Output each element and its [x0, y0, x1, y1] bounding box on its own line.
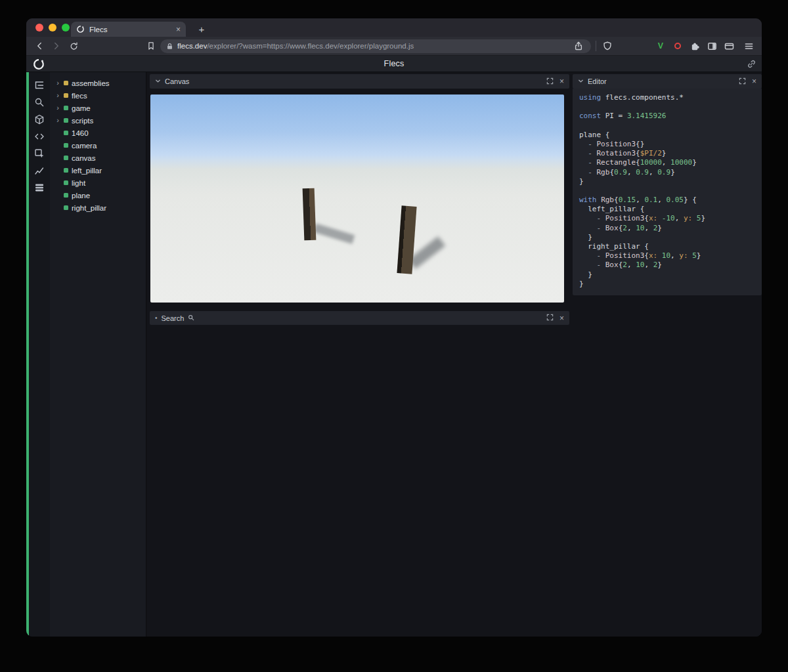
tree-item[interactable]: right_pillar — [50, 201, 146, 214]
extension-red-icon[interactable] — [671, 39, 684, 52]
expand-icon[interactable] — [546, 314, 554, 322]
editor-code[interactable]: using flecs.components.* const PI = 3.14… — [573, 89, 762, 295]
code-line: - Rgb{0.9, 0.9, 0.9} — [579, 168, 762, 177]
browser-tab[interactable]: Flecs × — [71, 22, 186, 37]
window-zoom-button[interactable] — [62, 24, 70, 32]
browser-window: Flecs × + flecs.dev/explorer/?wasm=https… — [26, 18, 762, 637]
left-icon-sidebar — [29, 72, 50, 637]
share-link-icon[interactable] — [747, 59, 756, 72]
entity-color-square — [64, 118, 68, 123]
left-pillar-shadow — [313, 223, 355, 244]
code-line: - Position3{x: 10, y: 5} — [579, 251, 762, 261]
tree-item[interactable]: › scripts — [50, 114, 146, 127]
tree-item-label: game — [72, 104, 91, 112]
editor-panel-title: Editor — [588, 77, 607, 85]
entity-color-square — [64, 168, 68, 173]
tree-item-label: camera — [72, 142, 97, 150]
tree-item-label: 1460 — [72, 129, 89, 137]
code-line: - Rectangle{10000, 10000} — [579, 158, 762, 167]
menu-icon[interactable] — [742, 39, 755, 52]
window-minimize-button[interactable] — [49, 24, 56, 32]
forward-icon[interactable] — [50, 39, 63, 52]
bookmark-icon[interactable] — [144, 39, 158, 52]
chevron-down-icon[interactable] — [578, 77, 584, 85]
close-icon[interactable]: × — [559, 77, 564, 85]
close-icon[interactable]: × — [752, 77, 756, 85]
reload-icon[interactable] — [67, 39, 80, 52]
queries-icon[interactable] — [34, 182, 45, 193]
tree-item[interactable]: light — [50, 177, 146, 189]
url-path: /explorer/?wasm=https://www.flecs.dev/ex… — [207, 42, 414, 50]
code-line: using flecs.components.* — [579, 93, 762, 102]
window-controls — [35, 24, 70, 32]
code-line: - Rotation3{$PI/2} — [579, 149, 762, 158]
chevron-right-icon[interactable]: › — [55, 79, 60, 87]
tree-item[interactable]: 1460 — [50, 127, 146, 139]
tree-item[interactable]: › game — [50, 102, 146, 114]
search-panel-header[interactable]: • Search × — [150, 311, 569, 325]
tree-item-label: scripts — [72, 117, 93, 125]
inspect-icon[interactable] — [34, 148, 45, 159]
code-line — [579, 121, 762, 131]
flecs-favicon-icon — [76, 25, 85, 33]
editor-panel-header[interactable]: Editor × — [573, 74, 762, 89]
tab-close-icon[interactable]: × — [176, 26, 181, 33]
magnifier-icon — [188, 314, 194, 322]
new-tab-button[interactable]: + — [194, 22, 209, 36]
entity-color-square — [64, 193, 68, 198]
code-line: with Rgb{0.15, 0.1, 0.05} { — [579, 196, 762, 205]
tree-item[interactable]: plane — [50, 189, 146, 201]
code-line: - Position3{} — [579, 140, 762, 149]
entity-tree: › assemblies › flecs › game › scripts 14… — [50, 72, 146, 637]
chevron-right-icon[interactable]: › — [55, 117, 60, 124]
canvas-panel-header[interactable]: Canvas × — [150, 74, 569, 89]
expand-icon[interactable] — [739, 77, 746, 86]
hierarchy-icon[interactable] — [34, 79, 45, 91]
code-line — [579, 102, 762, 112]
entity-color-square — [64, 131, 68, 135]
canvas-viewport[interactable] — [150, 94, 564, 303]
canvas-panel-title: Canvas — [165, 77, 189, 85]
tree-item[interactable]: left_pillar — [50, 164, 146, 177]
tree-item[interactable]: canvas — [50, 152, 146, 164]
code-icon[interactable] — [34, 131, 45, 142]
expand-icon[interactable] — [546, 77, 554, 86]
url-text: flecs.dev/explorer/?wasm=https://www.fle… — [177, 42, 568, 50]
bullet-icon: • — [155, 314, 158, 322]
code-line: const PI = 3.1415926 — [579, 112, 762, 121]
shield-icon[interactable] — [601, 39, 614, 52]
extension-v-icon[interactable]: V — [654, 39, 667, 52]
tree-item-label: right_pillar — [72, 204, 106, 212]
tree-item[interactable]: camera — [50, 139, 146, 152]
tree-item-label: left_pillar — [72, 167, 102, 175]
stats-icon[interactable] — [34, 165, 45, 176]
wallet-icon[interactable] — [722, 39, 735, 52]
code-line: } — [579, 280, 762, 289]
desktop-background: Flecs × + flecs.dev/explorer/?wasm=https… — [0, 0, 788, 672]
tree-item[interactable]: › assemblies — [50, 77, 146, 89]
sidebar-toggle-icon[interactable] — [705, 39, 718, 52]
chevron-right-icon[interactable]: › — [55, 104, 60, 112]
close-icon[interactable]: × — [559, 314, 564, 322]
search-icon[interactable] — [34, 96, 45, 108]
url-domain: flecs.dev — [177, 42, 207, 50]
code-line: } — [579, 270, 762, 280]
puzzle-icon[interactable] — [688, 39, 701, 52]
toolbar-divider — [596, 41, 596, 51]
code-line: - Position3{x: -10, y: 5} — [579, 214, 762, 223]
window-close-button[interactable] — [35, 24, 43, 32]
tab-bar: Flecs × + — [26, 18, 762, 37]
entity-color-square — [64, 143, 68, 148]
page-title: Flecs — [26, 59, 762, 68]
code-line: - Box{2, 10, 2} — [579, 261, 762, 270]
tree-item[interactable]: › flecs — [50, 89, 146, 102]
entity-color-square — [64, 81, 68, 85]
share-icon[interactable] — [572, 39, 585, 52]
chevron-down-icon[interactable] — [155, 77, 161, 85]
back-icon[interactable] — [33, 39, 46, 52]
entities-cube-icon[interactable] — [34, 114, 45, 125]
code-line: left_pillar { — [579, 205, 762, 214]
tree-item-label: canvas — [72, 154, 95, 162]
chevron-right-icon[interactable]: › — [55, 92, 60, 99]
url-bar[interactable]: flecs.dev/explorer/?wasm=https://www.fle… — [160, 39, 591, 53]
